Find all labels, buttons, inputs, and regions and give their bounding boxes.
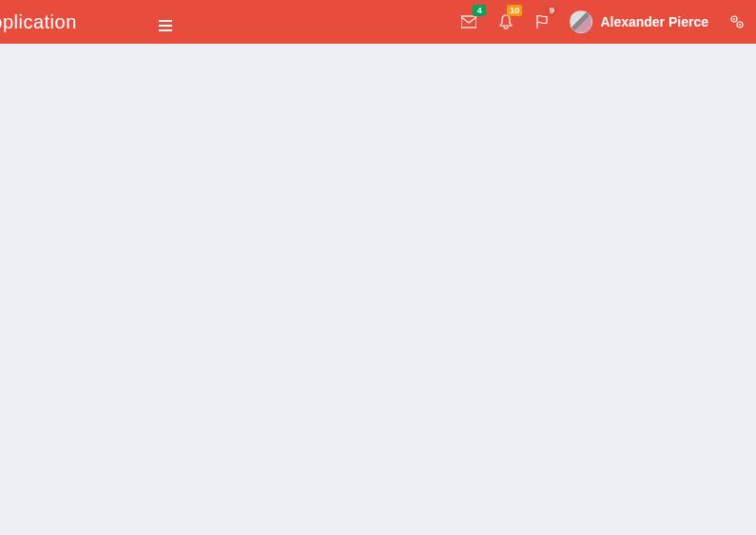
flag-icon xyxy=(535,14,549,29)
svg-point-4 xyxy=(739,24,741,26)
avatar xyxy=(570,10,592,33)
bell-icon xyxy=(499,14,513,29)
tasks-badge: 9 xyxy=(545,5,558,16)
app-brand[interactable]: y Application xyxy=(0,11,145,33)
control-sidebar-toggle[interactable] xyxy=(718,0,756,44)
user-name: Alexander Pierce xyxy=(600,14,708,29)
sidebar-toggle[interactable] xyxy=(145,14,186,29)
gears-icon xyxy=(729,14,745,29)
notifications-menu[interactable]: 10 xyxy=(488,0,524,44)
messages-badge: 4 xyxy=(473,5,486,16)
notifications-badge: 10 xyxy=(507,5,522,16)
bars-icon xyxy=(159,25,172,27)
svg-rect-0 xyxy=(461,16,476,28)
tasks-menu[interactable]: 9 xyxy=(524,0,560,44)
svg-point-3 xyxy=(733,18,735,20)
messages-menu[interactable]: 4 xyxy=(450,0,488,44)
envelope-icon xyxy=(461,15,476,29)
user-menu[interactable]: Alexander Pierce xyxy=(560,0,718,44)
